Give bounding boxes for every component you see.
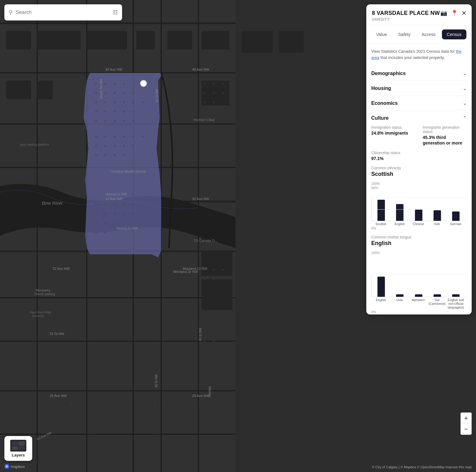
svg-point-106 <box>114 213 116 215</box>
ethnicity-chart-100: 100% <box>371 182 467 185</box>
economics-label: Economics <box>371 100 398 106</box>
svg-point-87 <box>123 136 125 137</box>
layers-button[interactable]: Layers <box>4 436 32 461</box>
bar-chinese <box>415 210 422 221</box>
svg-point-117 <box>204 92 205 94</box>
svg-text:TD Canada Tr...: TD Canada Tr... <box>194 239 218 243</box>
svg-point-94 <box>132 145 134 147</box>
svg-point-80 <box>104 120 106 122</box>
immigration-status-label: Immigration status <box>371 125 415 130</box>
svg-text:40 Ave NW: 40 Ave NW <box>192 68 209 71</box>
svg-point-92 <box>114 145 116 147</box>
svg-point-104 <box>95 213 97 215</box>
bar-en-nonoff <box>452 294 460 297</box>
tab-safety[interactable]: Safety <box>393 29 416 39</box>
culture-header[interactable]: Culture ⌃ <box>371 111 467 125</box>
label-english-eth: English <box>391 222 408 226</box>
svg-rect-137 <box>12 441 18 446</box>
svg-point-73 <box>142 101 143 103</box>
svg-rect-24 <box>37 81 53 99</box>
svg-point-84 <box>95 136 97 137</box>
label-irish: Irish <box>429 222 445 226</box>
svg-rect-27 <box>242 31 273 53</box>
svg-point-76 <box>114 111 116 113</box>
svg-text:Varsna Cr NW: Varsna Cr NW <box>105 192 127 196</box>
svg-point-60 <box>104 83 106 85</box>
svg-text:32 Ave NW: 32 Ave NW <box>105 197 122 201</box>
panel-header-icons: 📷 📍 ✕ <box>440 9 467 17</box>
svg-point-115 <box>213 83 215 85</box>
close-icon[interactable]: ✕ <box>461 9 467 17</box>
svg-point-100 <box>104 204 106 206</box>
svg-point-114 <box>204 83 205 85</box>
svg-text:Maranatha: Maranatha <box>36 289 51 292</box>
svg-point-61 <box>114 83 116 85</box>
svg-point-131 <box>154 402 156 404</box>
demographics-chevron: ⌄ <box>463 70 467 76</box>
immigrants-generation-label: Immigrants generation status <box>423 125 467 134</box>
svg-point-83 <box>132 120 134 122</box>
section-demographics[interactable]: Demographics ⌄ <box>371 66 467 81</box>
svg-point-128 <box>213 340 215 342</box>
location-pin-icon[interactable]: 📍 <box>451 10 458 16</box>
svg-point-110 <box>104 222 106 224</box>
svg-rect-21 <box>167 31 192 50</box>
search-input[interactable] <box>16 10 110 15</box>
immigration-stats-row: Immigration status 24.8% immigrants Immi… <box>371 125 467 146</box>
mother-tongue-label: Common mother tongue <box>371 235 467 239</box>
camera-icon[interactable]: 📷 <box>440 10 447 16</box>
svg-point-91 <box>104 145 106 147</box>
svg-point-72 <box>132 101 134 103</box>
filter-icon[interactable]: ☷ <box>113 9 118 16</box>
svg-point-126 <box>213 278 215 280</box>
layers-label: Layers <box>12 453 25 457</box>
svg-point-68 <box>95 101 97 103</box>
panel-suburb: VARSITY <box>372 17 466 22</box>
layers-thumbnail <box>10 440 26 452</box>
mapbox-logo: mapbox <box>4 464 25 469</box>
census-area-link[interactable]: the area <box>371 49 461 60</box>
tab-access[interactable]: Access <box>416 29 440 39</box>
ethnicity-chart-bars <box>371 198 467 221</box>
svg-rect-30 <box>201 251 232 276</box>
side-panel: 8 VARSDALE PLACE NW VARSITY 📷 📍 ✕ Value … <box>366 4 472 314</box>
mother-tongue-100: 100% <box>371 251 467 255</box>
svg-rect-31 <box>201 279 232 310</box>
svg-point-77 <box>123 111 125 113</box>
zoom-in-button[interactable]: + <box>461 412 472 424</box>
svg-point-75 <box>104 111 106 113</box>
svg-point-99 <box>95 204 97 206</box>
svg-text:grey nesting platform: grey nesting platform <box>20 143 49 146</box>
svg-point-96 <box>104 154 106 156</box>
mother-tongue-bars <box>371 274 467 297</box>
svg-point-124 <box>222 269 224 271</box>
bar-group-en-nonoff <box>447 294 464 297</box>
section-housing[interactable]: Housing ⌄ <box>371 81 467 96</box>
svg-text:Varsity Rd NW: Varsity Rd NW <box>99 79 103 99</box>
ethnicity-chart-labels: Scottish English Chinese Irish German <box>371 221 467 226</box>
tab-value[interactable]: Value <box>371 29 392 39</box>
svg-point-86 <box>114 136 116 137</box>
ethnicity-chart-50: 50% <box>371 186 467 190</box>
citizenship-value: 97.1% <box>371 156 467 161</box>
zoom-controls: + − <box>461 412 472 435</box>
svg-text:49 St NW: 49 St NW <box>155 374 158 388</box>
svg-point-64 <box>104 92 106 94</box>
bar-scottish <box>377 200 385 221</box>
label-scottish: Scottish <box>372 222 389 226</box>
immigration-status-value: 24.8% immigrants <box>371 130 415 136</box>
svg-point-89 <box>142 136 143 137</box>
svg-text:32 Ave NW: 32 Ave NW <box>192 197 209 201</box>
zoom-out-button[interactable]: − <box>461 424 472 435</box>
svg-rect-139 <box>12 446 18 450</box>
ethnicity-chart-0: 0% <box>371 226 467 230</box>
bar-en <box>377 277 385 297</box>
attribution: © City of Calgary | © Mapbox © OpenStree… <box>372 465 472 469</box>
mt-label-en: English <box>372 298 389 309</box>
section-economics[interactable]: Economics ⌄ <box>371 96 467 111</box>
tab-census[interactable]: Census <box>442 29 466 39</box>
svg-rect-25 <box>201 81 229 105</box>
mother-tongue-item: Common mother tongue English <box>371 235 467 247</box>
mother-tongue-labels: English Urdu Mandarin Yue(Cantonese) Eng… <box>371 297 467 309</box>
svg-point-119 <box>222 92 224 94</box>
